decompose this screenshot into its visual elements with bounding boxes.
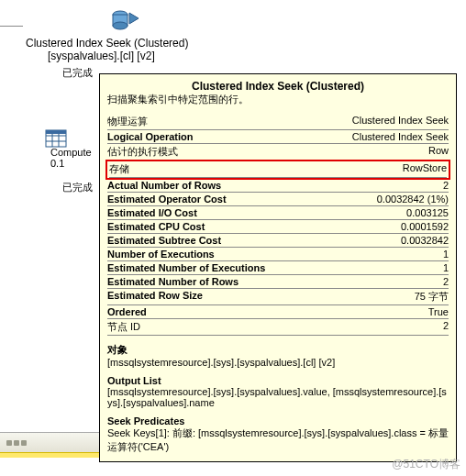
- property-row: Estimated Subtree Cost0.0032842: [107, 234, 449, 248]
- property-row: Logical OperationClustered Index Seek: [107, 130, 449, 144]
- plan-operator-node[interactable]: Clustered Index Seek (Clustered) [syspal…: [26, 9, 264, 62]
- property-value: Row: [428, 145, 449, 159]
- property-row: Estimated CPU Cost0.0001592: [107, 220, 449, 234]
- seek-predicates-header: Seek Predicates: [107, 415, 449, 426]
- property-label: Number of Executions: [107, 249, 215, 260]
- property-value: 1: [443, 262, 449, 273]
- operator-title: Clustered Index Seek (Clustered): [26, 37, 264, 50]
- property-row: Number of Executions1: [107, 248, 449, 261]
- property-row: Estimated Operator Cost0.0032842 (1%): [107, 193, 449, 206]
- property-value: 0.003125: [406, 207, 449, 218]
- highlighted-property: 存储RowStore: [105, 160, 450, 180]
- object-header: 对象: [107, 343, 449, 357]
- property-label: 存储: [109, 162, 129, 176]
- property-row: Estimated Row Size75 字节: [107, 289, 449, 305]
- property-value: 2: [443, 180, 449, 191]
- seek-predicates-body: Seek Keys[1]: 前缀: [mssqlsystemresource].…: [107, 426, 449, 454]
- compute-cost: 0.1: [50, 158, 92, 169]
- property-value: RowStore: [403, 162, 447, 176]
- property-value: 2: [443, 276, 449, 287]
- grip-icon: [0, 440, 33, 446]
- operator-tooltip: Clustered Index Seek (Clustered) 扫描聚集索引中…: [99, 73, 457, 462]
- property-label: Estimated Row Size: [107, 290, 203, 304]
- property-label: Estimated Operator Cost: [107, 194, 227, 205]
- property-row: 存储RowStore: [109, 161, 447, 178]
- object-body: [mssqlsystemresource].[sys].[syspalvalue…: [107, 357, 449, 368]
- property-label: Ordered: [107, 306, 147, 317]
- output-list-body: [mssqlsystemresource].[sys].[syspalvalue…: [107, 386, 449, 408]
- property-row: OrderedTrue: [107, 305, 449, 319]
- property-value: 0.0001592: [401, 221, 449, 232]
- property-row: Estimated Number of Rows2: [107, 275, 449, 289]
- property-label: 物理运算: [107, 115, 148, 128]
- property-row: 节点 ID2: [107, 319, 449, 336]
- property-value: 0.0032842: [401, 235, 449, 246]
- property-label: Actual Number of Rows: [107, 180, 221, 191]
- svg-rect-8: [46, 130, 66, 134]
- tooltip-description: 扫描聚集索引中特定范围的行。: [107, 93, 449, 106]
- property-value: 1: [443, 249, 449, 260]
- operator-object: [syspalvalues].[cl] [v2]: [48, 50, 264, 62]
- property-value: Clustered Index Seek: [352, 115, 449, 128]
- property-label: Logical Operation: [107, 131, 194, 142]
- operator-status: 已完成: [62, 66, 93, 80]
- property-label: Estimated Number of Rows: [107, 276, 239, 287]
- property-value: 75 字节: [415, 290, 449, 304]
- property-label: Estimated Subtree Cost: [107, 235, 221, 246]
- property-row: 物理运算Clustered Index Seek: [107, 114, 449, 130]
- property-value: Clustered Index Seek: [352, 131, 449, 142]
- property-row: 估计的执行模式Row: [107, 144, 449, 161]
- property-label: 节点 ID: [107, 320, 140, 334]
- property-label: Estimated CPU Cost: [107, 221, 205, 232]
- property-value: True: [428, 306, 449, 317]
- property-value: 0.0032842 (1%): [377, 194, 449, 205]
- highlight-strip: [0, 452, 99, 458]
- property-row: Estimated I/O Cost0.003125: [107, 206, 449, 220]
- compute-scalar-node[interactable]: Compute 0.1: [50, 147, 92, 169]
- compute-title: Compute: [50, 147, 92, 158]
- property-row: Estimated Number of Executions1: [107, 261, 449, 275]
- property-label: Estimated Number of Executions: [107, 262, 265, 273]
- property-row: Actual Number of Rows2: [107, 179, 449, 193]
- svg-point-2: [113, 22, 128, 29]
- property-label: Estimated I/O Cost: [107, 207, 197, 218]
- output-list-header: Output List: [107, 375, 449, 386]
- status-bar: [0, 432, 99, 452]
- compute-status: 已完成: [62, 181, 93, 194]
- tooltip-title: Clustered Index Seek (Clustered): [107, 80, 449, 93]
- clustered-index-seek-icon: [44, 9, 209, 33]
- property-value: 2: [443, 320, 449, 334]
- watermark: @51CTO博客: [392, 457, 460, 472]
- property-label: 估计的执行模式: [107, 145, 178, 159]
